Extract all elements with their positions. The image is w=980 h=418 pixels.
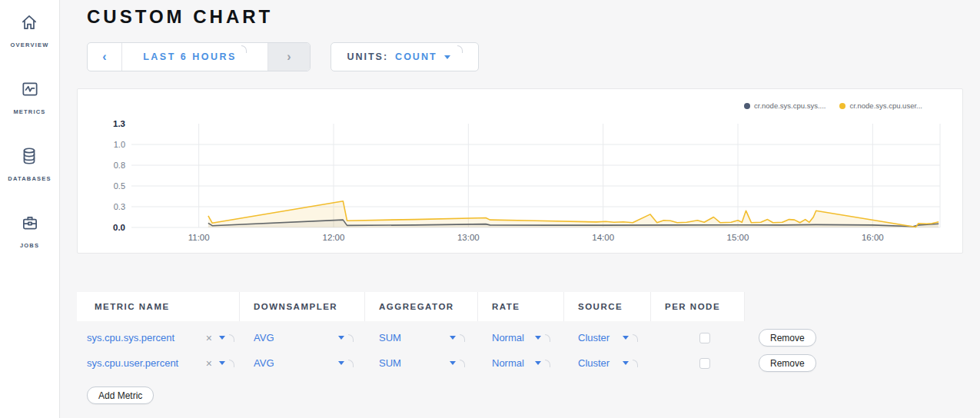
time-range-dropdown[interactable]: LAST 6 HOURS xyxy=(122,43,267,71)
sidebar-item-label: METRICS xyxy=(13,108,45,115)
rate-value: Normal xyxy=(492,332,524,343)
legend-label: cr.node.sys.cpu.sys.... xyxy=(754,101,826,110)
col-header-actions xyxy=(745,292,829,321)
svg-text:16:00: 16:00 xyxy=(862,233,884,242)
source-value: Cluster xyxy=(578,332,610,343)
dropdown-corner-icon xyxy=(229,360,234,367)
remove-button[interactable]: Remove xyxy=(759,329,816,347)
time-prev-button[interactable]: ‹ xyxy=(88,43,122,71)
time-range-selector: ‹ LAST 6 HOURS › xyxy=(87,42,311,71)
metric-name-select[interactable]: sys.cpu.sys.percent × xyxy=(87,332,234,344)
sidebar-item-metrics[interactable]: METRICS xyxy=(13,79,45,115)
aggregator-select[interactable]: SUM xyxy=(379,332,465,343)
svg-text:12:00: 12:00 xyxy=(323,233,345,242)
per-node-checkbox[interactable] xyxy=(699,358,710,369)
rate-select[interactable]: Normal xyxy=(492,357,550,369)
svg-text:0.5: 0.5 xyxy=(114,181,125,191)
chevron-down-icon xyxy=(444,55,450,59)
chevron-down-icon xyxy=(535,361,541,365)
rate-select[interactable]: Normal xyxy=(492,332,550,343)
svg-text:14:00: 14:00 xyxy=(592,233,614,242)
page-title: CUSTOM CHART xyxy=(87,6,273,28)
dropdown-corner-icon xyxy=(348,360,354,367)
sidebar-item-label: DATABASES xyxy=(8,175,51,182)
metrics-icon xyxy=(20,79,40,102)
database-icon xyxy=(19,146,39,169)
svg-text:11:00: 11:00 xyxy=(188,233,210,242)
svg-text:0.0: 0.0 xyxy=(113,223,125,232)
source-select[interactable]: Cluster xyxy=(578,357,638,369)
col-header-rate: RATE xyxy=(478,292,564,321)
col-header-per-node: PER NODE xyxy=(651,292,745,321)
chart-legend: cr.node.sys.cpu.sys....cr.node.sys.cpu.u… xyxy=(744,101,922,110)
aggregator-select[interactable]: SUM xyxy=(379,357,465,369)
svg-text:0.8: 0.8 xyxy=(114,161,125,170)
downsampler-value: AVG xyxy=(254,332,274,343)
sidebar-item-overview[interactable]: OVERVIEW xyxy=(11,12,49,48)
per-node-checkbox[interactable] xyxy=(699,333,710,343)
aggregator-value: SUM xyxy=(379,332,401,343)
line-chart: 0.00.30.50.81.01.311:0012:0013:0014:0015… xyxy=(78,89,962,253)
legend-dot-icon xyxy=(839,103,845,109)
col-header-aggregator: AGGREGATOR xyxy=(365,292,478,321)
chevron-down-icon xyxy=(623,361,629,365)
chevron-down-icon xyxy=(338,336,344,340)
aggregator-value: SUM xyxy=(379,357,401,369)
home-icon xyxy=(19,12,39,35)
chevron-down-icon xyxy=(535,336,541,340)
dropdown-corner-icon xyxy=(633,360,638,367)
legend-dot-icon xyxy=(744,103,750,109)
remove-button[interactable]: Remove xyxy=(759,354,816,372)
table-row: sys.cpu.user.percent × AVG SUM xyxy=(77,350,899,376)
clear-icon[interactable]: × xyxy=(206,357,212,370)
briefcase-icon xyxy=(20,213,40,236)
sidebar: OVERVIEW METRICS DATABASES xyxy=(0,0,60,418)
sidebar-item-label: JOBS xyxy=(20,242,39,249)
downsampler-value: AVG xyxy=(254,357,274,369)
add-metric-button[interactable]: Add Metric xyxy=(87,386,154,404)
dropdown-corner-icon xyxy=(348,334,354,342)
chevron-down-icon xyxy=(219,336,225,340)
downsampler-select[interactable]: AVG xyxy=(254,357,354,369)
metric-name-value: sys.cpu.sys.percent xyxy=(87,332,174,343)
dropdown-corner-icon xyxy=(545,360,550,367)
units-value: COUNT xyxy=(395,51,437,62)
custom-chart-page: OVERVIEW METRICS DATABASES xyxy=(0,0,980,418)
table-header-row: METRIC NAME DOWNSAMPLER AGGREGATOR RATE … xyxy=(77,292,899,321)
chart-panel: cr.node.sys.cpu.sys....cr.node.sys.cpu.u… xyxy=(77,88,963,254)
dropdown-corner-icon xyxy=(460,360,465,367)
dropdown-corner-icon xyxy=(229,334,234,342)
dropdown-corner-icon xyxy=(460,334,465,342)
time-range-label: LAST 6 HOURS xyxy=(143,51,237,62)
units-label: UNITS: xyxy=(347,51,388,62)
dropdown-corner-icon xyxy=(241,45,247,53)
svg-text:1.0: 1.0 xyxy=(114,140,125,149)
svg-text:0.3: 0.3 xyxy=(114,202,125,211)
units-dropdown[interactable]: UNITS: COUNT xyxy=(331,42,479,71)
time-next-button[interactable]: › xyxy=(267,43,310,71)
sidebar-item-label: OVERVIEW xyxy=(11,41,49,48)
chevron-down-icon xyxy=(623,336,629,340)
sidebar-item-databases[interactable]: DATABASES xyxy=(8,146,51,182)
source-select[interactable]: Cluster xyxy=(578,332,638,343)
chevron-down-icon xyxy=(219,361,225,365)
chevron-down-icon xyxy=(450,336,456,340)
svg-text:13:00: 13:00 xyxy=(457,233,480,242)
col-header-downsampler: DOWNSAMPLER xyxy=(240,292,365,321)
col-header-source: SOURCE xyxy=(564,292,651,321)
dropdown-corner-icon xyxy=(545,334,550,342)
col-header-metric-name: METRIC NAME xyxy=(77,292,240,321)
legend-item[interactable]: cr.node.sys.cpu.sys.... xyxy=(744,101,826,110)
metric-name-select[interactable]: sys.cpu.user.percent × xyxy=(87,357,234,370)
legend-label: cr.node.sys.cpu.user... xyxy=(849,101,922,110)
clear-icon[interactable]: × xyxy=(206,332,212,344)
metric-name-value: sys.cpu.user.percent xyxy=(87,357,178,369)
source-value: Cluster xyxy=(578,357,610,369)
svg-text:15:00: 15:00 xyxy=(727,233,749,242)
chevron-down-icon xyxy=(338,361,344,365)
table-row: sys.cpu.sys.percent × AVG SUM xyxy=(77,325,899,350)
downsampler-select[interactable]: AVG xyxy=(254,332,354,343)
dropdown-corner-icon xyxy=(633,334,638,342)
sidebar-item-jobs[interactable]: JOBS xyxy=(20,213,40,249)
legend-item[interactable]: cr.node.sys.cpu.user... xyxy=(839,101,922,110)
